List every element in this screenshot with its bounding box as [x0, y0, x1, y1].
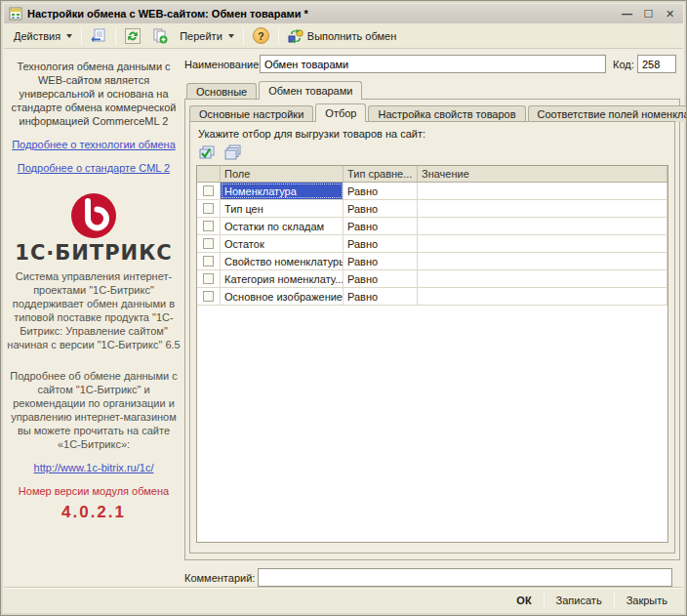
cell-comparison[interactable]: Равно	[344, 218, 418, 234]
actions-button[interactable]: Действия	[8, 26, 78, 46]
toolbar-separator	[278, 27, 279, 45]
tab-nastroyka-svoystv[interactable]: Настройка свойств товаров	[368, 105, 525, 122]
row-checkbox[interactable]	[197, 288, 221, 305]
comment-input[interactable]	[258, 568, 672, 587]
tab-obmen-tovarami[interactable]: Обмен товарами	[259, 81, 362, 100]
cell-field[interactable]: Номенклатура	[221, 183, 344, 199]
cell-comparison[interactable]: Равно	[344, 253, 418, 269]
code-input[interactable]	[637, 55, 676, 73]
sidebar-intro-text: Технология обмена данными с WEB-сайтом я…	[7, 60, 181, 128]
checkbox-icon[interactable]	[203, 291, 214, 302]
cell-field[interactable]: Остаток	[221, 235, 344, 252]
tab-otbor[interactable]: Отбор	[315, 103, 366, 122]
link-bitrix-site[interactable]: http://www.1c-bitrix.ru/1c/	[34, 461, 154, 474]
name-input[interactable]	[260, 55, 606, 73]
cell-comparison[interactable]: Равно	[344, 270, 418, 287]
bitrix-logo-text: 1С·БИТРИКС	[7, 246, 181, 260]
cell-comparison[interactable]: Равно	[344, 183, 418, 199]
cell-value[interactable]	[418, 183, 667, 199]
copy-add-icon	[152, 28, 168, 44]
row-checkbox[interactable]	[197, 270, 221, 287]
table-row[interactable]: Основное изображениеРавно	[197, 288, 667, 306]
execute-exchange-label: Выполнить обмен	[307, 30, 396, 42]
cell-value[interactable]	[418, 288, 667, 305]
execute-exchange-button[interactable]: Выполнить обмен	[282, 24, 402, 48]
module-version-number: 4.0.2.1	[7, 506, 181, 519]
row-checkbox[interactable]	[197, 218, 221, 234]
toolbar-separator	[81, 27, 82, 45]
link-technology-details[interactable]: Подробнее о технологии обмена	[12, 138, 176, 151]
filter-hint: Укажите отбор для выгрузки товаров на са…	[198, 128, 425, 140]
header-comparison[interactable]: Тип сравне...	[344, 166, 418, 182]
exchange-settings-window: Настройки обмена с WEB-сайтом: Обмен тов…	[0, 0, 687, 616]
header-field[interactable]: Поле	[221, 166, 344, 182]
check-layers-icon	[198, 144, 217, 162]
footer-button-bar: ОК Записать Закрыть	[4, 587, 683, 612]
layers-icon	[223, 144, 242, 162]
toolbar-separator	[115, 27, 116, 45]
maximize-icon[interactable]: ☐	[640, 6, 657, 21]
tab-sootvetstvie-poley[interactable]: Соответствие полей номенклатуры	[528, 105, 687, 122]
tab-osnovnye-nastroyki[interactable]: Основные настройки	[189, 105, 313, 122]
table-row[interactable]: Категория номенклату...Равно	[197, 270, 667, 288]
cell-field[interactable]: Категория номенклату...	[221, 270, 344, 287]
table-row[interactable]: ОстатокРавно	[197, 235, 667, 253]
checkbox-icon[interactable]	[203, 256, 214, 267]
filter-tab-panel: Укажите отбор для выгрузки товаров на са…	[189, 121, 675, 554]
help-button[interactable]: ?	[247, 23, 275, 48]
ok-button[interactable]: ОК	[505, 592, 543, 609]
toolbar: Действия	[4, 23, 683, 49]
inner-tab-bar: Основные настройки Отбор Настройка свойс…	[189, 103, 687, 122]
cell-value[interactable]	[418, 270, 667, 287]
link-cml-standard[interactable]: Подробнее о стандарте CML 2	[18, 161, 170, 175]
row-checkbox[interactable]	[197, 253, 221, 269]
copy-add-button[interactable]	[146, 24, 174, 48]
table-row[interactable]: Свойство номенклатурыРавно	[197, 253, 667, 270]
cell-comparison[interactable]: Равно	[344, 235, 418, 252]
cell-field[interactable]: Тип цен	[221, 200, 344, 217]
cell-value[interactable]	[418, 235, 667, 252]
checkbox-icon[interactable]	[203, 185, 214, 196]
close-icon[interactable]: ✕	[662, 6, 678, 21]
refresh-button[interactable]	[119, 24, 146, 48]
bitrix-logo-icon	[70, 192, 117, 239]
table-row[interactable]: Остатки по складамРавно	[197, 218, 667, 235]
cell-field[interactable]: Остатки по складам	[221, 218, 344, 234]
cell-field[interactable]: Основное изображение	[221, 288, 344, 305]
sidebar-more-text: Подробнее об обмене данными с сайтом "1С…	[7, 369, 181, 451]
uncheck-all-button[interactable]	[223, 144, 242, 162]
reread-button[interactable]	[85, 24, 112, 48]
checkbox-icon[interactable]	[203, 221, 214, 231]
exchange-icon	[288, 28, 303, 44]
cell-comparison[interactable]: Равно	[344, 288, 418, 305]
minimize-icon[interactable]: —	[619, 6, 635, 21]
table-row[interactable]: Тип ценРавно	[197, 200, 667, 218]
tab-osnovnye[interactable]: Основные	[186, 83, 257, 100]
row-checkbox[interactable]	[197, 235, 221, 252]
header-value[interactable]: Значение	[418, 166, 667, 182]
row-checkbox[interactable]	[197, 200, 221, 217]
cell-value[interactable]	[418, 200, 667, 217]
cell-value[interactable]	[418, 218, 667, 234]
write-button[interactable]: Записать	[545, 592, 614, 609]
main-area: Наименование: Код: Основные Обмен товара…	[182, 49, 682, 585]
code-field-label: Код:	[613, 59, 634, 70]
actions-label: Действия	[14, 30, 61, 42]
outer-tab-bar: Основные Обмен товарами	[186, 81, 364, 100]
filter-table-header: Поле Тип сравне... Значение	[197, 166, 667, 183]
chevron-down-icon	[228, 34, 234, 38]
filter-table: Поле Тип сравне... Значение Номенклатура…	[196, 165, 668, 543]
window-title: Настройки обмена с WEB-сайтом: Обмен тов…	[27, 8, 614, 20]
comment-label: Комментарий:	[184, 572, 255, 584]
cell-comparison[interactable]: Равно	[344, 200, 418, 217]
check-all-button[interactable]	[198, 144, 217, 162]
checkbox-icon[interactable]	[203, 273, 214, 284]
row-checkbox[interactable]	[197, 183, 221, 199]
checkbox-icon[interactable]	[203, 203, 214, 214]
cell-value[interactable]	[418, 253, 667, 269]
goto-button[interactable]: Перейти	[174, 26, 240, 46]
table-row[interactable]: НоменклатураРавно	[197, 183, 667, 200]
cell-field[interactable]: Свойство номенклатуры	[221, 253, 344, 269]
close-button[interactable]: Закрыть	[615, 592, 679, 609]
checkbox-icon[interactable]	[203, 238, 214, 249]
